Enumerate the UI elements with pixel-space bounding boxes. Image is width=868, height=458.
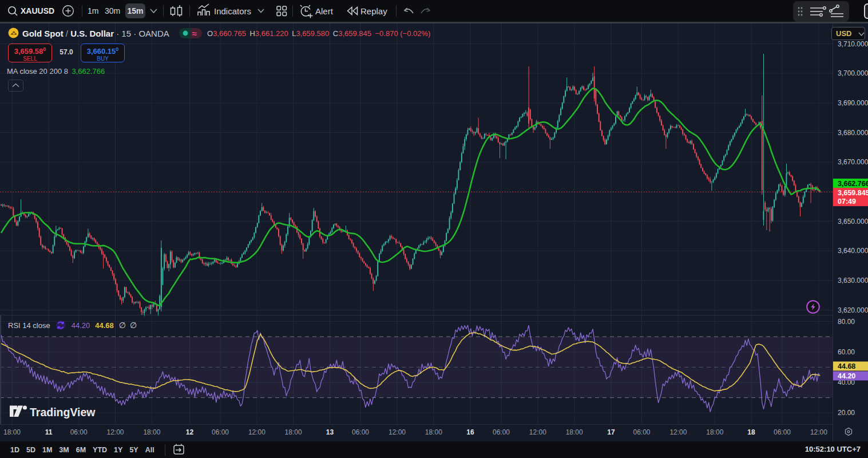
svg-text:3,670.000: 3,670.000 bbox=[838, 158, 868, 166]
svg-text:3,680.000: 3,680.000 bbox=[838, 129, 868, 137]
svg-text:16: 16 bbox=[466, 428, 474, 436]
svg-text:12: 12 bbox=[186, 428, 194, 436]
svg-text:07:49: 07:49 bbox=[838, 198, 856, 206]
svg-text:3,690.000: 3,690.000 bbox=[838, 99, 868, 107]
svg-text:12:00: 12:00 bbox=[669, 428, 687, 436]
svg-text:13: 13 bbox=[326, 428, 334, 436]
svg-text:18:00: 18:00 bbox=[143, 428, 160, 436]
svg-text:12:00: 12:00 bbox=[810, 428, 827, 436]
svg-text:44.68: 44.68 bbox=[838, 362, 855, 370]
svg-text:44.20: 44.20 bbox=[838, 372, 855, 380]
svg-text:17: 17 bbox=[607, 428, 615, 436]
svg-text:≈: ≈ bbox=[192, 29, 196, 38]
svg-text:3,640.000: 3,640.000 bbox=[838, 247, 868, 255]
svg-text:60.00: 60.00 bbox=[838, 348, 855, 356]
svg-text:20.00: 20.00 bbox=[838, 409, 855, 417]
svg-text:06:00: 06:00 bbox=[774, 428, 791, 436]
svg-text:12:00: 12:00 bbox=[529, 428, 546, 436]
svg-text:06:00: 06:00 bbox=[212, 428, 229, 436]
svg-text:18:00: 18:00 bbox=[706, 428, 723, 436]
svg-text:3,662.766: 3,662.766 bbox=[838, 180, 868, 188]
svg-text:06:00: 06:00 bbox=[70, 428, 88, 436]
svg-text:3,700.000: 3,700.000 bbox=[838, 69, 868, 77]
svg-text:3,630.000: 3,630.000 bbox=[838, 277, 868, 285]
svg-text:80.00: 80.00 bbox=[838, 318, 855, 326]
svg-text:06:00: 06:00 bbox=[633, 428, 650, 436]
svg-text:3,650.000: 3,650.000 bbox=[838, 218, 868, 226]
svg-text:06:00: 06:00 bbox=[493, 428, 510, 436]
svg-text:3,659.845: 3,659.845 bbox=[838, 189, 868, 197]
svg-text:11: 11 bbox=[45, 428, 53, 436]
svg-text:18:00: 18:00 bbox=[3, 428, 21, 436]
svg-text:12:00: 12:00 bbox=[248, 428, 265, 436]
svg-text:18: 18 bbox=[747, 428, 755, 436]
svg-text:3,710.000: 3,710.000 bbox=[838, 40, 868, 48]
svg-text:18:00: 18:00 bbox=[566, 428, 583, 436]
svg-text:18:00: 18:00 bbox=[425, 428, 442, 436]
svg-text:12:00: 12:00 bbox=[106, 428, 124, 436]
svg-text:12:00: 12:00 bbox=[389, 428, 406, 436]
svg-text:3,620.000: 3,620.000 bbox=[838, 306, 868, 314]
svg-text:06:00: 06:00 bbox=[352, 428, 369, 436]
svg-text:TradingView: TradingView bbox=[30, 406, 96, 418]
svg-text:18:00: 18:00 bbox=[285, 428, 302, 436]
